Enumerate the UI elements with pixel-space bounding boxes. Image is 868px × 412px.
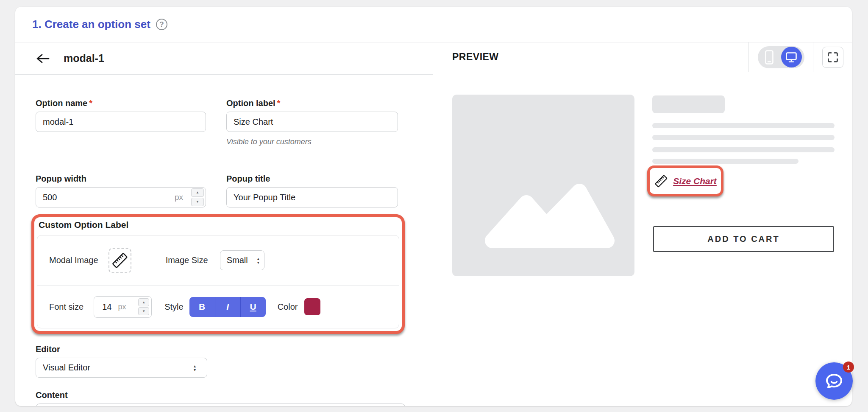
select-arrows-icon: ▴▾ — [257, 257, 259, 264]
fullscreen-zone — [813, 42, 852, 72]
add-to-cart-button[interactable]: ADD TO CART — [653, 226, 834, 252]
style-button-group: B I U — [189, 297, 266, 317]
section-header: 1. Create an option set ? — [15, 7, 852, 42]
skeleton-bar — [652, 147, 835, 152]
fullscreen-icon — [827, 52, 838, 63]
device-toggle-zone — [748, 42, 813, 72]
help-icon[interactable]: ? — [156, 19, 167, 30]
font-size-input[interactable]: 14 px ▲ ▼ — [94, 296, 152, 318]
popup-width-stepper: ▲ ▼ — [191, 188, 204, 206]
ruler-icon — [654, 174, 668, 188]
content-field: Content — [36, 390, 412, 406]
size-chart-link[interactable]: Size Chart — [673, 176, 717, 186]
italic-button[interactable]: I — [215, 297, 240, 317]
main-card: 1. Create an option set ? modal-1 Option… — [15, 7, 852, 406]
option-set-form: Option name* Option label* Visible to yo… — [15, 75, 433, 406]
option-set-form-panel: modal-1 Option name* Option label* Visib… — [15, 42, 433, 406]
chat-icon — [823, 370, 845, 392]
custom-option-label-title: Custom Option Label — [39, 220, 399, 230]
modal-image-label: Modal Image — [49, 255, 98, 265]
preview-panel: PREVIEW — [433, 42, 852, 406]
font-size-stepper: ▲ ▼ — [138, 298, 149, 315]
content-label: Content — [36, 390, 412, 400]
editor-select[interactable]: Visual Editor ▴▾ — [36, 358, 207, 378]
chat-unread-badge: 1 — [843, 362, 854, 373]
desktop-icon — [786, 52, 797, 62]
custom-option-label-highlight: Custom Option Label Modal Image — [31, 214, 405, 334]
image-size-label: Image Size — [166, 255, 208, 265]
option-label-helper: Visible to your customers — [226, 137, 398, 146]
chat-launcher-button[interactable]: 1 — [815, 362, 853, 400]
option-name-label-text: Option name — [36, 98, 87, 108]
product-title-skeleton — [652, 95, 725, 113]
style-label: Style — [164, 302, 183, 312]
select-arrows-icon: ▴▾ — [194, 364, 196, 372]
image-size-value: Small — [227, 255, 248, 265]
fullscreen-button[interactable] — [822, 47, 843, 68]
option-set-title: modal-1 — [64, 52, 104, 64]
option-set-header: modal-1 — [15, 42, 433, 75]
modal-image-thumbnail[interactable] — [108, 248, 131, 273]
option-label-label: Option label* — [226, 98, 398, 108]
option-name-label: Option name* — [36, 98, 206, 108]
product-image-placeholder — [452, 95, 634, 276]
popup-width-field: Popup width px ▲ ▼ — [36, 174, 206, 207]
content-input[interactable] — [36, 404, 406, 406]
mobile-icon — [765, 50, 773, 64]
required-asterisk: * — [89, 98, 92, 108]
option-label-field: Option label* Visible to your customers — [226, 98, 398, 146]
skeleton-bar — [652, 123, 835, 128]
popup-title-field: Popup title — [226, 174, 398, 207]
preview-header: PREVIEW — [433, 42, 852, 72]
option-label-input[interactable] — [226, 112, 398, 132]
popup-width-label: Popup width — [36, 174, 206, 183]
editor-label: Editor — [36, 345, 412, 354]
back-arrow-icon[interactable] — [36, 53, 51, 64]
editor-value: Visual Editor — [43, 363, 90, 373]
preview-title: PREVIEW — [433, 51, 499, 63]
font-size-unit: px — [118, 303, 126, 311]
mountains-icon — [452, 95, 634, 276]
mobile-preview-button[interactable] — [758, 50, 781, 64]
color-swatch[interactable] — [304, 298, 320, 315]
underline-button[interactable]: U — [240, 297, 266, 317]
custom-option-label-card: Modal Image Image Size Small — [37, 235, 399, 328]
popup-title-input[interactable] — [226, 187, 398, 207]
page-title: 1. Create an option set — [32, 18, 150, 31]
required-asterisk: * — [277, 98, 281, 108]
ruler-icon — [111, 252, 129, 269]
option-name-field: Option name* — [36, 98, 206, 146]
preview-body: Size Chart ADD TO CART — [433, 72, 852, 406]
color-label: Color — [278, 302, 298, 312]
skeleton-bar — [652, 159, 798, 164]
stepper-up-icon[interactable]: ▲ — [191, 188, 204, 197]
image-size-select[interactable]: Small ▴▾ — [220, 250, 264, 270]
stepper-down-icon[interactable]: ▼ — [191, 198, 204, 206]
skeleton-bar — [652, 135, 835, 140]
popup-title-label: Popup title — [226, 174, 398, 183]
option-label-label-text: Option label — [226, 98, 275, 108]
size-chart-link-highlight: Size Chart — [647, 165, 723, 196]
device-toggle — [758, 46, 804, 68]
popup-width-unit: px — [175, 193, 183, 202]
font-size-label: Font size — [49, 302, 83, 312]
stepper-up-icon[interactable]: ▲ — [138, 298, 149, 306]
font-size-value: 14 — [102, 302, 111, 312]
editor-field: Editor Visual Editor ▴▾ — [36, 345, 412, 378]
stepper-down-icon[interactable]: ▼ — [138, 307, 149, 315]
option-name-input[interactable] — [36, 112, 206, 132]
desktop-preview-button[interactable] — [781, 47, 802, 67]
bold-button[interactable]: B — [189, 297, 215, 317]
